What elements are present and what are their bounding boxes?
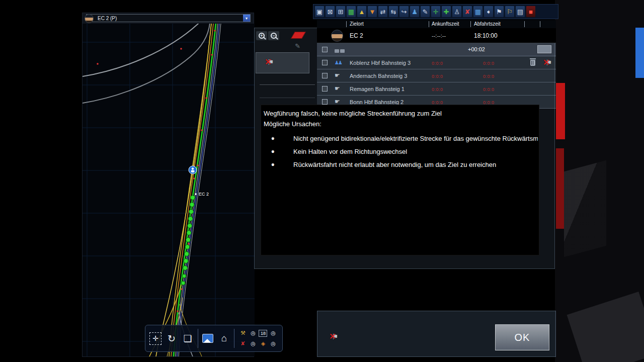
stop-row-andernach[interactable]: ☛ Andernach Bahnsteig 3 0:0:0 0:0:0: [317, 69, 556, 82]
ok-label: OK: [515, 332, 530, 343]
cross-icon: ✕: [329, 331, 336, 342]
departure-time: 0:0:0: [483, 74, 495, 79]
terrain-tool-cluster: ⚒ ◎ 18 ◎ ✘ ◎ ◈ ◎: [238, 328, 278, 349]
delete-button[interactable]: ⊠: [325, 6, 335, 18]
train-name: EC 2: [350, 32, 363, 39]
timetable-window: Zielort Ankunftszeit Abfahrtszeit EC 2 -…: [317, 20, 556, 109]
departure-time: 0:0:0: [483, 61, 495, 66]
row-checkbox[interactable]: [322, 99, 328, 105]
app-root: EC 2 (P) ▼: [0, 0, 644, 362]
rotate-tool-button[interactable]: ↻: [165, 331, 178, 346]
arrival-time: 0:0:0: [432, 74, 443, 79]
stop-row-remagen[interactable]: ☛ Remagen Bahnsteig 1 0:0:0 0:0:0: [317, 82, 556, 96]
scene-red-object-lower: [556, 148, 564, 229]
home-view-button[interactable]: ⌂: [218, 331, 230, 346]
track-map[interactable]: EC 2: [83, 24, 255, 356]
block-grid-button[interactable]: ▦: [473, 6, 483, 18]
trash-icon[interactable]: [530, 60, 535, 66]
svg-text:EC 2: EC 2: [199, 192, 209, 197]
height-value-box[interactable]: 18: [259, 330, 267, 337]
terrain-tool-icon[interactable]: ⚒: [240, 330, 246, 336]
save-button[interactable]: ▣: [314, 6, 325, 18]
insert-button[interactable]: ▼: [367, 6, 377, 18]
timetable-header: Zielort Ankunftszeit Abfahrtszeit: [317, 20, 556, 28]
reason-text: Kein Halten vor dem Richtungswechsel: [293, 148, 538, 155]
couple-button[interactable]: ⇄: [378, 6, 388, 18]
uncouple-button[interactable]: ⇆: [388, 6, 398, 18]
scene-red-object: [556, 83, 565, 139]
divider: [260, 84, 315, 85]
wagon-icon: [335, 48, 346, 54]
delay-row[interactable]: +00:02: [317, 43, 556, 56]
scene-3d-view: [555, 0, 644, 362]
hand-icon: ☛: [335, 72, 340, 79]
grid-view-button[interactable]: ⊞: [336, 6, 346, 18]
arrival-time: 0:0:0: [432, 87, 443, 92]
main-toolbar: ▣ ⊠ ⊞ ▦ ▲ ▼ ⇄ ⇆ ↪ ♟ ✎ ✛ ✚ ♙ ✘ ▦ ➧ ⚑ ⚐ ▤ …: [313, 4, 558, 19]
exit-button[interactable]: ➧: [484, 6, 494, 18]
bullet-icon: ●: [271, 135, 275, 141]
driver-avatar-icon: [85, 14, 94, 23]
pencil-icon: ✎: [295, 42, 300, 50]
hand-icon: ☛: [335, 98, 340, 105]
cancel-stop-icon[interactable]: ⚑ ✕: [542, 57, 554, 68]
station-name: Andernach Bahnsteig 3: [350, 73, 407, 79]
remove-stop-button[interactable]: ✘: [462, 6, 472, 18]
texture-tool-button[interactable]: [202, 331, 214, 346]
stop-row-koblenz[interactable]: ♟♟ Koblenz Hbf Bahnsteig 3 0:0:0 0:0:0 ⚑…: [317, 56, 556, 69]
add-stop-button[interactable]: ✚: [441, 6, 451, 18]
reverse-button[interactable]: ↪: [399, 6, 409, 18]
dialog-reasons: ● Nicht genügend bidirektionale/elektrif…: [261, 134, 539, 173]
zoom-out-button[interactable]: −: [268, 31, 279, 40]
palette-icon[interactable]: ◈: [261, 340, 265, 347]
train-mode-button[interactable]: ■: [526, 6, 536, 18]
station-name: Remagen Bahnsteig 1: [350, 86, 405, 92]
snap-target-icon[interactable]: ◎: [251, 330, 256, 336]
active-tool-box: ⚑ ✕: [256, 52, 309, 73]
lock-pin-icon[interactable]: [189, 166, 197, 174]
snap-target-icon[interactable]: ◎: [251, 340, 256, 347]
train-selector-dropdown[interactable]: EC 2 (P) ▼: [86, 14, 251, 22]
eject-button[interactable]: ▲: [357, 6, 367, 18]
row-checkbox[interactable]: [322, 60, 328, 65]
station-name: Koblenz Hbf Bahnsteig 3: [350, 60, 411, 66]
keypad-button[interactable]: ▤: [515, 6, 525, 18]
divider: [198, 329, 198, 348]
ok-button[interactable]: OK: [495, 324, 549, 350]
zoom-in-button[interactable]: +: [256, 31, 267, 40]
route-button[interactable]: ✛: [431, 6, 441, 18]
snap-target-icon[interactable]: ◎: [271, 340, 276, 347]
reason-text: Rückwärtsfahrt nicht erlaubt aber notwen…: [293, 161, 538, 168]
pennant-button[interactable]: ⚐: [505, 6, 515, 18]
row-checkbox[interactable]: [322, 73, 328, 78]
timetable-button[interactable]: ▦: [346, 6, 356, 18]
cancel-route-tool[interactable]: ⚑ ✕: [264, 57, 276, 68]
row-checkbox[interactable]: [322, 86, 328, 92]
minus-icon: −: [272, 33, 275, 38]
plus-icon: +: [260, 33, 263, 38]
cross-icon: ✕: [265, 57, 272, 67]
chevron-down-icon[interactable]: ▼: [243, 15, 250, 22]
divider: [234, 329, 234, 348]
divider: [260, 98, 315, 98]
row-action-button[interactable]: [537, 45, 551, 53]
scene-sky-patch: [635, 28, 644, 78]
train-selector-value: EC 2 (P): [98, 16, 243, 21]
map-topbar: EC 2 (P) ▼: [83, 13, 254, 24]
row-checkbox[interactable]: [322, 47, 328, 52]
walker-button[interactable]: ♙: [452, 6, 462, 18]
move-tool-button[interactable]: ✛: [149, 332, 162, 345]
cancel-route-icon[interactable]: ⚑ ✕: [329, 331, 341, 342]
picture-icon: [202, 334, 213, 343]
current-train-row[interactable]: EC 2 --:--:-- 18:10:00: [317, 28, 556, 43]
flag-button[interactable]: ⚑: [494, 6, 504, 18]
snap-target-icon[interactable]: ◎: [271, 330, 276, 336]
col-zielort: Zielort: [350, 21, 364, 27]
eraser-icon[interactable]: [291, 32, 306, 39]
driver-button[interactable]: ♟: [410, 6, 420, 18]
hand-icon: ☛: [335, 85, 340, 92]
signature-button[interactable]: ✎: [420, 6, 430, 18]
copy-tool-button[interactable]: ❏: [181, 331, 194, 346]
departure-time: 18:10:00: [474, 32, 498, 39]
delete-terrain-icon[interactable]: ✘: [240, 340, 245, 347]
